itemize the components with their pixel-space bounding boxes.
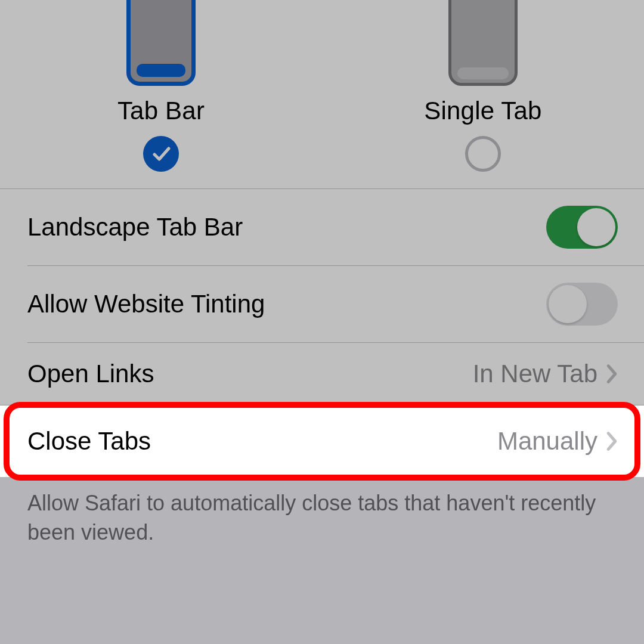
tab-layout-selector: Tab Bar Single Tab: [0, 0, 644, 189]
phone-icon: [126, 0, 196, 86]
row-value-text: Manually: [497, 427, 597, 456]
radio-selected-icon: [143, 136, 179, 172]
phone-icon: [448, 0, 518, 86]
toggle-landscape-tab-bar[interactable]: [546, 206, 618, 249]
chevron-right-icon: [606, 431, 618, 451]
layout-label: Tab Bar: [117, 97, 205, 125]
row-label: Allow Website Tinting: [27, 290, 265, 318]
row-value-text: In New Tab: [473, 360, 597, 388]
row-label: Close Tabs: [27, 427, 151, 456]
layout-option-single-tab[interactable]: Single Tab: [322, 0, 644, 172]
section-footer: Allow Safari to automatically close tabs…: [0, 477, 644, 547]
layout-option-tab-bar[interactable]: Tab Bar: [0, 0, 322, 172]
row-value: Manually: [497, 427, 618, 456]
toggle-allow-website-tinting[interactable]: [546, 283, 618, 326]
row-allow-website-tinting[interactable]: Allow Website Tinting: [0, 266, 644, 342]
row-value: In New Tab: [473, 360, 618, 388]
row-label: Landscape Tab Bar: [27, 213, 243, 242]
chevron-right-icon: [606, 364, 618, 384]
layout-label: Single Tab: [424, 97, 541, 125]
row-close-tabs[interactable]: Close Tabs Manually: [0, 405, 644, 477]
radio-unselected-icon: [465, 136, 501, 172]
row-close-tabs-highlight: Close Tabs Manually: [0, 405, 644, 477]
row-open-links[interactable]: Open Links In New Tab: [0, 343, 644, 405]
row-landscape-tab-bar[interactable]: Landscape Tab Bar: [0, 189, 644, 265]
row-label: Open Links: [27, 360, 154, 388]
